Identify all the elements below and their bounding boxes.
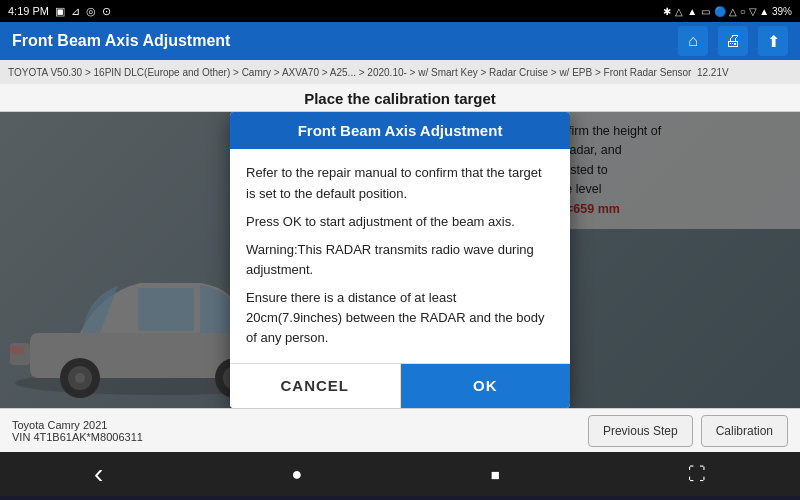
vehicle-info: Toyota Camry 2021 VIN 4T1B61AK*M8006311 bbox=[12, 419, 143, 443]
cancel-button[interactable]: CANCEL bbox=[230, 364, 401, 408]
status-icon-extra: ◎ bbox=[86, 5, 96, 18]
status-icon-alert: ▣ bbox=[55, 5, 65, 18]
status-icon-signal: ⊿ bbox=[71, 5, 80, 18]
wifi-icon: ▲ bbox=[687, 6, 697, 17]
vehicle-name: Toyota Camry 2021 bbox=[12, 419, 143, 431]
dialog-text-line2: Press OK to start adjustment of the beam… bbox=[246, 212, 554, 232]
dialog-title: Front Beam Axis Adjustment bbox=[230, 112, 570, 149]
title-bar: Front Beam Axis Adjustment ⌂ 🖨 ⬆ bbox=[0, 22, 800, 60]
share-icon: ⬆ bbox=[767, 32, 780, 51]
status-bar: 4:19 PM ▣ ⊿ ◎ ⊙ ✱ △ ▲ ▭ 🔵 △ ○ ▽ ▲ 39% bbox=[0, 0, 800, 22]
nav-bar: ‹ ● ■ ⛶ bbox=[0, 452, 800, 496]
home-button[interactable]: ⌂ bbox=[678, 26, 708, 56]
title-bar-icons: ⌂ 🖨 ⬆ bbox=[678, 26, 788, 56]
previous-step-button[interactable]: Previous Step bbox=[588, 415, 693, 447]
back-nav-button[interactable]: ‹ bbox=[94, 458, 103, 490]
dialog-box: Front Beam Axis Adjustment Refer to the … bbox=[230, 112, 570, 407]
time-display: 4:19 PM bbox=[8, 5, 49, 17]
print-button[interactable]: 🖨 bbox=[718, 26, 748, 56]
print-icon: 🖨 bbox=[725, 32, 741, 50]
signal-icon: △ bbox=[675, 6, 683, 17]
dialog-overlay: Front Beam Axis Adjustment Refer to the … bbox=[0, 112, 800, 408]
breadcrumb-bar: TOYOTA V50.30 > 16PIN DLC(Europe and Oth… bbox=[0, 60, 800, 84]
status-right: ✱ △ ▲ ▭ 🔵 △ ○ ▽ ▲ 39% bbox=[663, 6, 792, 17]
bluetooth-icon: ✱ bbox=[663, 6, 671, 17]
dialog-body: Refer to the repair manual to confirm th… bbox=[230, 149, 570, 362]
battery-icon: ▭ bbox=[701, 6, 710, 17]
ok-button[interactable]: OK bbox=[401, 364, 571, 408]
page-title: Front Beam Axis Adjustment bbox=[12, 32, 230, 50]
dialog-text-line4: Ensure there is a distance of at least 2… bbox=[246, 288, 554, 348]
content-area: 2. Turn on the laser, confirm the height… bbox=[0, 112, 800, 408]
content-page-title: Place the calibration target bbox=[0, 84, 800, 112]
recent-nav-button[interactable]: ■ bbox=[491, 466, 500, 483]
breadcrumb-text: TOYOTA V50.30 > 16PIN DLC(Europe and Oth… bbox=[8, 67, 691, 78]
dialog-text-line3: Warning:This RADAR transmits radio wave … bbox=[246, 240, 554, 280]
calibration-button[interactable]: Calibration bbox=[701, 415, 788, 447]
bottom-bar: Toyota Camry 2021 VIN 4T1B61AK*M8006311 … bbox=[0, 408, 800, 452]
status-left: 4:19 PM ▣ ⊿ ◎ ⊙ bbox=[8, 5, 111, 18]
home-nav-button[interactable]: ● bbox=[292, 464, 303, 485]
expand-nav-button[interactable]: ⛶ bbox=[688, 464, 706, 485]
vehicle-vin: VIN 4T1B61AK*M8006311 bbox=[12, 431, 143, 443]
dialog-text-line1: Refer to the repair manual to confirm th… bbox=[246, 163, 554, 203]
share-button[interactable]: ⬆ bbox=[758, 26, 788, 56]
bottom-buttons: Previous Step Calibration bbox=[588, 415, 788, 447]
home-icon: ⌂ bbox=[688, 32, 698, 50]
breadcrumb-version: 12.21V bbox=[697, 67, 729, 78]
status-icon-clock: ⊙ bbox=[102, 5, 111, 18]
dialog-footer: CANCEL OK bbox=[230, 363, 570, 408]
battery-percent: 🔵 △ ○ ▽ ▲ 39% bbox=[714, 6, 792, 17]
